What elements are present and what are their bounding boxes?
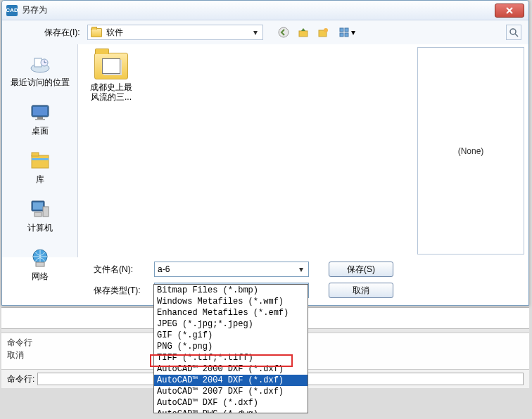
svg-rect-18 [32,153,39,156]
preview-text: (None) [458,146,484,156]
dropdown-item[interactable]: JPEG (*.jpg;*.jpeg) [154,318,308,330]
place-computer[interactable]: 计算机 [8,195,72,237]
dropdown-item[interactable]: AutoCAD™ 2004 DXF (*.dxf) [154,375,308,386]
dropdown-item[interactable]: TIFF (*.tif;*.tiff) [154,352,308,363]
file-item-label: 成都史上最风流的三... [87,82,136,103]
document-stack-icon [102,58,120,74]
up-button[interactable] [296,25,311,40]
svg-rect-1 [299,31,308,37]
svg-rect-14 [33,107,47,115]
svg-rect-21 [33,202,43,210]
dropdown-item[interactable]: GIF (*.gif) [154,330,308,341]
titlebar: CAD 另存为 [2,1,528,20]
up-folder-icon [298,27,309,38]
location-combo[interactable]: 软件 ▾ [87,25,263,40]
place-label: 最近访问的位置 [11,77,70,89]
svg-rect-7 [345,33,348,37]
save-as-dialog: CAD 另存为 保存在(I): 软件 ▾ ▾ [1,0,529,306]
filetype-dropdown[interactable]: Bitmap Files (*.bmp)Windows Metafiles (*… [153,284,308,413]
recent-icon [29,53,51,75]
dropdown-item[interactable]: Windows Metafiles (*.wmf) [154,296,308,307]
save-button[interactable]: 保存(S) [329,262,393,277]
svg-rect-4 [340,28,343,32]
filename-label: 文件名(N): [94,264,148,276]
magnifier-icon [509,27,519,37]
place-desktop[interactable]: 桌面 [8,98,72,140]
svg-rect-19 [32,158,49,160]
chevron-down-icon[interactable]: ▾ [297,264,305,274]
filename-input[interactable]: a-6 ▾ [154,262,309,277]
place-network[interactable]: 网络 [8,244,72,285]
filename-row: 文件名(N): a-6 ▾ 保存(S) [94,262,521,277]
dialog-body: 最近访问的位置 桌面 库 计算机 [2,44,528,257]
close-button[interactable] [495,4,524,18]
app-icon: CAD [6,5,18,16]
dropdown-item[interactable]: AutoCAD™ DWG (*.dwg) [154,408,308,413]
svg-line-9 [515,34,518,37]
svg-point-0 [279,27,289,37]
dropdown-item[interactable]: Bitmap Files (*.bmp) [154,285,308,296]
close-icon [505,6,514,15]
places-bar: 最近访问的位置 桌面 库 计算机 [2,44,78,257]
preview-toggle-button[interactable] [506,25,521,40]
network-icon [29,247,51,269]
computer-icon [29,198,51,221]
preview-pane: (None) [417,47,524,254]
place-label: 网络 [32,271,49,283]
svg-rect-15 [37,117,43,119]
view-icon [338,27,350,38]
svg-rect-25 [36,262,44,266]
place-label: 库 [36,174,44,186]
svg-rect-16 [35,119,45,120]
view-menu-button[interactable]: ▾ [335,25,359,40]
back-button[interactable] [276,25,291,40]
place-recent[interactable]: 最近访问的位置 [8,50,72,91]
svg-rect-23 [34,212,42,217]
back-icon [278,27,289,38]
svg-rect-17 [32,155,49,168]
dropdown-item[interactable]: AutoCAD™ 2007 DXF (*.dxf) [154,386,308,397]
place-libraries[interactable]: 库 [8,147,72,188]
dropdown-item[interactable]: PNG (*.png) [154,341,308,352]
filetype-label: 保存类型(T): [94,285,148,297]
dropdown-item[interactable]: AutoCAD™ DXF (*.dxf) [154,397,308,408]
dropdown-item[interactable]: AutoCAD™ 2000 DXF (*.dxf) [154,363,308,375]
folder-icon [91,28,102,37]
svg-rect-22 [43,207,49,217]
svg-point-3 [324,28,328,32]
toolbar: 保存在(I): 软件 ▾ ▾ [2,20,528,44]
svg-point-8 [510,29,516,34]
command-prompt-label: 命令行: [7,373,34,385]
cancel-button[interactable]: 取消 [329,283,393,298]
place-label: 桌面 [32,125,49,137]
location-text: 软件 [106,27,251,39]
new-folder-button[interactable] [315,25,331,40]
file-list-pane[interactable]: 成都史上最风流的三... [78,44,417,257]
folder-icon [94,53,128,79]
chevron-down-icon: ▾ [251,27,260,37]
filename-value: a-6 [158,264,297,274]
svg-rect-5 [345,28,348,32]
chevron-down-icon: ▾ [351,27,355,37]
place-label: 计算机 [27,222,53,234]
window-title: 另存为 [22,4,495,16]
file-item-folder[interactable]: 成都史上最风流的三... [87,53,136,103]
dropdown-item[interactable]: Enhanced Metafiles (*.emf) [154,307,308,318]
save-in-label: 保存在(I): [44,27,80,39]
new-folder-icon [317,27,329,38]
desktop-icon [29,101,51,124]
svg-rect-6 [340,33,343,37]
libraries-icon [29,150,51,172]
